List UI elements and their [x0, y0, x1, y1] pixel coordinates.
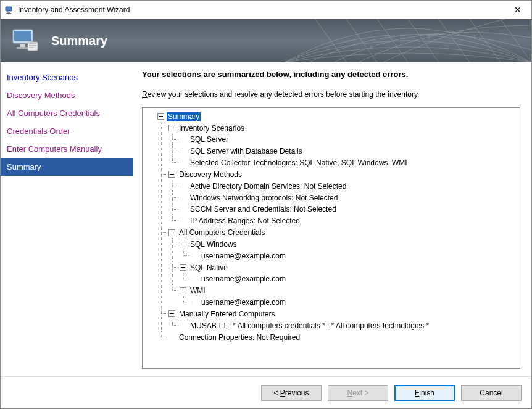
svg-rect-5 — [20, 44, 25, 47]
wizard-body: Inventory Scenarios Discovery Methods Al… — [1, 62, 531, 376]
tree-leaf[interactable]: username@example.com — [180, 273, 517, 285]
collapse-icon[interactable] — [168, 125, 175, 131]
collapse-icon[interactable] — [157, 113, 164, 120]
tree-label[interactable]: Inventory Scenarios — [178, 124, 246, 133]
svg-rect-10 — [29, 47, 34, 48]
next-button: Next > — [328, 385, 388, 401]
cancel-button[interactable]: Cancel — [461, 385, 522, 401]
window-title: Inventory and Assessment Wizard — [18, 6, 504, 14]
tree-cred-group[interactable]: WMI username@example.com — [168, 284, 517, 308]
collapse-icon[interactable] — [168, 310, 175, 317]
close-icon: ✕ — [514, 5, 522, 15]
tree-leaf[interactable]: Windows Networking protocols: Not Select… — [168, 192, 517, 204]
wizard-banner: Summary — [1, 19, 531, 62]
close-button[interactable]: ✕ — [504, 1, 531, 19]
tree-leaf[interactable]: Active Directory Domain Services: Not Se… — [168, 180, 517, 192]
svg-rect-8 — [29, 43, 36, 44]
collapse-icon[interactable] — [180, 287, 186, 294]
tree-leaf[interactable]: Selected Collector Technologies: SQL Nat… — [168, 157, 517, 168]
app-icon — [4, 5, 14, 15]
tree-leaf[interactable]: SQL Server — [168, 134, 517, 146]
sidebar-item-inventory-scenarios[interactable]: Inventory Scenarios — [1, 68, 133, 86]
collapse-icon[interactable] — [180, 241, 186, 247]
content-heading: Your selections are summarized below, in… — [142, 70, 520, 79]
wizard-button-row: < Previous Next > Finish Cancel — [1, 376, 531, 408]
tree-root[interactable]: Summary Inventory Scenarios SQL Server S… — [146, 110, 517, 343]
svg-rect-0 — [6, 7, 12, 11]
tree-leaf[interactable]: SCCM Server and Credentials: Not Selecte… — [168, 204, 517, 215]
tree-label[interactable]: Manually Entered Computers — [178, 310, 276, 318]
svg-rect-6 — [17, 47, 29, 49]
titlebar: Inventory and Assessment Wizard ✕ — [1, 1, 531, 19]
banner-mesh-decoration — [285, 19, 531, 62]
svg-rect-4 — [14, 31, 31, 41]
svg-line-12 — [346, 19, 377, 62]
tree-label[interactable]: All Computers Credentials — [178, 228, 266, 237]
subtext-mnemonic: R — [142, 90, 148, 99]
wizard-content: Your selections are summarized below, in… — [133, 62, 531, 376]
svg-rect-2 — [6, 13, 11, 14]
subtext-rest: eview your selections and resolve any de… — [148, 90, 420, 99]
content-subtext: Review your selections and resolve any d… — [142, 90, 520, 99]
tree-discovery-methods[interactable]: Discovery Methods Active Directory Domai… — [157, 168, 517, 226]
tree-manually-entered[interactable]: Manually Entered Computers MUSAB-LT | * … — [157, 308, 517, 331]
svg-line-15 — [439, 19, 470, 62]
tree-all-computers-credentials[interactable]: All Computers Credentials SQL Windows us… — [157, 226, 517, 308]
svg-rect-1 — [7, 12, 10, 13]
tree-leaf[interactable]: username@example.com — [180, 296, 517, 308]
collapse-icon[interactable] — [180, 264, 186, 271]
sidebar-item-enter-computers-manually[interactable]: Enter Computers Manually — [1, 140, 133, 158]
wizard-sidebar: Inventory Scenarios Discovery Methods Al… — [1, 62, 133, 376]
sidebar-item-discovery-methods[interactable]: Discovery Methods — [1, 86, 133, 104]
tree-leaf[interactable]: SQL Server with Database Details — [168, 145, 517, 157]
tree-inventory-scenarios[interactable]: Inventory Scenarios SQL Server SQL Serve… — [157, 122, 517, 168]
collapse-icon[interactable] — [168, 229, 175, 236]
tree-leaf[interactable]: username@example.com — [180, 250, 517, 262]
tree-connection-properties[interactable]: Connection Properties: Not Required — [157, 331, 517, 343]
tree-cred-group[interactable]: SQL Native username@example.com — [168, 262, 517, 285]
collapse-icon[interactable] — [168, 171, 175, 178]
sidebar-item-credentials-order[interactable]: Credentials Order — [1, 122, 133, 140]
summary-tree[interactable]: Summary Inventory Scenarios SQL Server S… — [142, 107, 520, 369]
banner-monitor-icon — [10, 26, 40, 56]
sidebar-item-summary[interactable]: Summary — [1, 158, 133, 176]
tree-root-label[interactable]: Summary — [167, 112, 201, 121]
svg-rect-9 — [29, 45, 36, 46]
banner-title: Summary — [51, 34, 107, 48]
previous-button[interactable]: < Previous — [261, 385, 322, 401]
sidebar-item-all-computers-credentials[interactable]: All Computers Credentials — [1, 104, 133, 122]
svg-line-11 — [315, 19, 346, 62]
finish-button[interactable]: Finish — [394, 385, 455, 401]
tree-leaf[interactable]: MUSAB-LT | * All computers credentials *… — [168, 320, 517, 331]
tree-leaf[interactable]: IP Address Ranges: Not Selected — [168, 215, 517, 226]
tree-cred-group[interactable]: SQL Windows username@example.com — [168, 238, 517, 262]
tree-label[interactable]: Discovery Methods — [178, 170, 243, 179]
